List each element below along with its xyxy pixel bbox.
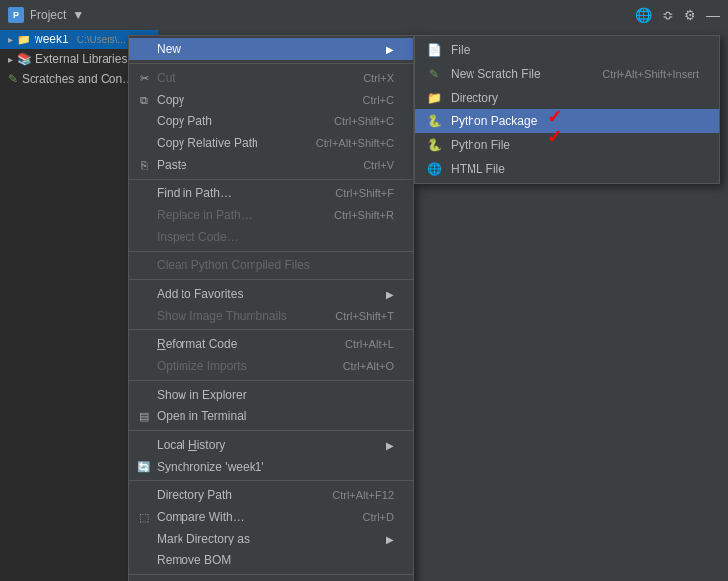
sync-icon[interactable]: ≎ [662, 7, 674, 23]
title-bar: P Project ▼ 🌐 ≎ ⚙ — [0, 0, 728, 30]
menu-replace-in-path-label: Replace in Path… [157, 208, 315, 222]
html-file-icon: 🌐 [425, 160, 443, 178]
expand-arrow: ▸ [8, 35, 13, 45]
menu-paste-label: Paste [157, 158, 343, 172]
menu-copy-relative-path-shortcut: Ctrl+Alt+Shift+C [316, 137, 394, 149]
python-package-icon: 🐍 [425, 112, 443, 130]
menu-item-paste[interactable]: ⎘ Paste Ctrl+V [129, 154, 413, 176]
separator-4 [129, 279, 413, 280]
menu-optimize-imports-label: Optimize Imports [157, 359, 324, 373]
submenu-item-directory[interactable]: 📁 Directory [415, 86, 719, 109]
submenu-new-scratch-file-label: New Scratch File [451, 67, 541, 81]
menu-add-to-favorites-label: Add to Favorites [157, 287, 386, 301]
menu-item-open-in-terminal[interactable]: ▤ Open in Terminal [129, 405, 413, 427]
menu-paste-shortcut: Ctrl+V [363, 159, 394, 171]
menu-item-synchronize[interactable]: 🔄 Synchronize 'week1' [129, 456, 413, 477]
submenu-new-scratch-file-shortcut: Ctrl+Alt+Shift+Insert [602, 68, 699, 80]
separator-5 [129, 329, 413, 330]
menu-show-image-thumbnails-shortcut: Ctrl+Shift+T [335, 310, 394, 322]
submenu-file-label: File [451, 43, 470, 57]
compare-icon: ⬚ [137, 511, 151, 524]
folder-path: C:\Users\... [77, 35, 126, 45]
menu-reformat-code-shortcut: Ctrl+Alt+L [345, 338, 394, 350]
submenu-item-python-file[interactable]: 🐍 Python File [415, 133, 719, 157]
menu-item-add-to-favorites[interactable]: Add to Favorites ▶ [129, 283, 413, 305]
app-icon: P [8, 7, 24, 23]
menu-directory-path-label: Directory Path [157, 488, 313, 502]
project-dropdown-icon[interactable]: ▼ [72, 8, 84, 22]
menu-item-show-image-thumbnails: Show Image Thumbnails Ctrl+Shift+T [129, 305, 413, 327]
settings-icon[interactable]: ⚙ [684, 7, 696, 23]
menu-add-to-favorites-arrow: ▶ [386, 289, 394, 300]
menu-item-copy[interactable]: ⧉ Copy Ctrl+C [129, 89, 413, 110]
menu-item-remove-bom[interactable]: Remove BOM [129, 549, 413, 571]
menu-directory-path-shortcut: Ctrl+Alt+F12 [332, 489, 394, 501]
menu-new-label: New [157, 42, 386, 56]
context-menu: New ▶ ✂ Cut Ctrl+X ⧉ Copy Ctrl+C Copy Pa… [128, 35, 414, 581]
menu-cut-shortcut: Ctrl+X [363, 72, 394, 84]
python-file-icon: 🐍 [425, 136, 443, 154]
submenu-html-file-label: HTML File [451, 162, 505, 176]
menu-item-local-history[interactable]: Local History ▶ [129, 434, 413, 456]
menu-show-image-thumbnails-label: Show Image Thumbnails [157, 309, 316, 323]
menu-remove-bom-label: Remove BOM [157, 553, 394, 567]
minimize-icon[interactable]: — [706, 7, 720, 23]
menu-find-in-path-label: Find in Path… [157, 186, 316, 200]
menu-cut-label: Cut [157, 71, 343, 85]
separator-2 [129, 179, 413, 180]
directory-icon: 📁 [425, 89, 443, 107]
menu-item-optimize-imports: Optimize Imports Ctrl+Alt+O [129, 355, 413, 377]
annotation-arrow-2: ✓ [547, 126, 562, 148]
menu-item-find-in-path[interactable]: Find in Path… Ctrl+Shift+F [129, 182, 413, 204]
menu-item-copy-relative-path[interactable]: Copy Relative Path Ctrl+Alt+Shift+C [129, 132, 413, 154]
menu-item-new[interactable]: New ▶ [129, 38, 413, 60]
submenu-python-file-label: Python File [451, 138, 510, 152]
submenu-item-python-package[interactable]: 🐍 Python Package [415, 109, 719, 133]
menu-optimize-imports-shortcut: Ctrl+Alt+O [343, 360, 394, 372]
menu-copy-shortcut: Ctrl+C [363, 94, 394, 106]
menu-local-history-label: Local History [157, 438, 386, 452]
submenu-item-new-scratch-file[interactable]: ✎ New Scratch File Ctrl+Alt+Shift+Insert [415, 62, 719, 86]
menu-item-show-in-explorer[interactable]: Show in Explorer [129, 384, 413, 405]
separator-8 [129, 480, 413, 481]
menu-reformat-code-label: Reformat Code [157, 337, 326, 351]
menu-copy-label: Copy [157, 93, 343, 107]
menu-copy-relative-path-label: Copy Relative Path [157, 136, 296, 150]
globe-icon[interactable]: 🌐 [635, 7, 652, 23]
menu-item-cut: ✂ Cut Ctrl+X [129, 67, 413, 89]
menu-item-reformat-code[interactable]: Reformat Code Ctrl+Alt+L [129, 333, 413, 355]
scratches-label: Scratches and Con… [22, 72, 134, 86]
menu-show-in-explorer-label: Show in Explorer [157, 388, 394, 401]
menu-item-clean-python: Clean Python Compiled Files [129, 254, 413, 276]
submenu-directory-label: Directory [451, 91, 498, 105]
menu-mark-directory-as-arrow: ▶ [386, 534, 394, 545]
separator-3 [129, 251, 413, 252]
annotation-arrow-1: ✓ [547, 107, 562, 128]
menu-clean-python-label: Clean Python Compiled Files [157, 258, 394, 272]
copy-icon: ⧉ [137, 94, 151, 107]
menu-item-mark-directory-as[interactable]: Mark Directory as ▶ [129, 528, 413, 549]
separator-9 [129, 574, 413, 575]
submenu-item-file[interactable]: 📄 File [415, 38, 719, 62]
cut-icon: ✂ [137, 72, 151, 85]
scratch-file-icon: ✎ [425, 65, 443, 83]
menu-item-compare-with[interactable]: ⬚ Compare With… Ctrl+D [129, 506, 413, 528]
external-libraries-label: External Libraries [36, 52, 127, 66]
menu-item-directory-path[interactable]: Directory Path Ctrl+Alt+F12 [129, 484, 413, 506]
menu-compare-with-label: Compare With… [157, 510, 343, 524]
menu-synchronize-label: Synchronize 'week1' [157, 460, 394, 473]
paste-icon: ⎘ [137, 159, 151, 171]
menu-new-arrow: ▶ [386, 44, 394, 55]
folder-label: week1 [35, 33, 69, 46]
menu-replace-in-path-shortcut: Ctrl+Shift+R [334, 209, 394, 221]
menu-compare-with-shortcut: Ctrl+D [363, 511, 394, 523]
submenu-item-html-file[interactable]: 🌐 HTML File [415, 157, 719, 181]
menu-item-copy-path[interactable]: Copy Path Ctrl+Shift+C [129, 110, 413, 132]
file-icon: 📄 [425, 41, 443, 59]
sync-icon-menu: 🔄 [137, 461, 151, 473]
expand-arrow-lib: ▸ [8, 54, 13, 65]
separator-7 [129, 430, 413, 431]
terminal-icon: ▤ [137, 410, 151, 423]
menu-copy-path-label: Copy Path [157, 114, 315, 128]
menu-item-replace-in-path: Replace in Path… Ctrl+Shift+R [129, 204, 413, 226]
